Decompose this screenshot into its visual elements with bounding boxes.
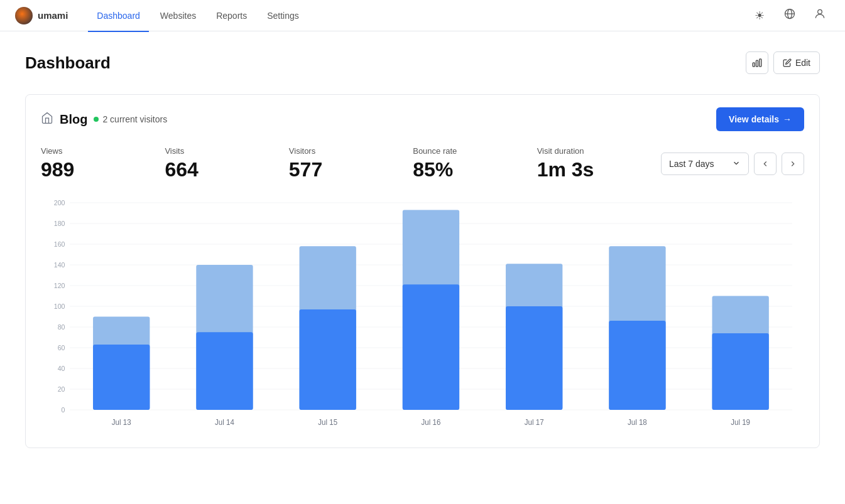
views-value: 989 — [41, 158, 165, 181]
language-button[interactable] — [780, 6, 800, 26]
site-visitors: 2 current visitors — [94, 114, 167, 124]
svg-text:Jul 15: Jul 15 — [318, 418, 337, 426]
prev-period-button[interactable] — [754, 153, 777, 175]
stat-bounce-rate: Bounce rate 85% — [413, 146, 537, 181]
edit-label: Edit — [795, 58, 810, 68]
edit-button[interactable]: Edit — [773, 51, 820, 74]
views-label: Views — [41, 146, 165, 156]
dashboard-header: Dashboard Edit — [25, 51, 820, 74]
edit-icon — [783, 58, 792, 67]
nav-link-reports[interactable]: Reports — [207, 1, 256, 32]
svg-rect-30 — [93, 345, 150, 410]
nav-link-websites[interactable]: Websites — [151, 1, 205, 32]
svg-rect-5 — [756, 60, 758, 67]
nav-actions: ☀ — [750, 6, 830, 26]
svg-text:100: 100 — [54, 303, 65, 310]
site-card: Blog 2 current visitors View details → V… — [25, 94, 820, 448]
page-title: Dashboard — [25, 53, 111, 73]
svg-rect-4 — [753, 63, 755, 67]
svg-text:Jul 14: Jul 14 — [215, 418, 234, 426]
chart-controls: Last 7 days — [661, 153, 804, 175]
next-period-button[interactable] — [782, 153, 804, 175]
user-icon — [814, 8, 826, 23]
view-details-label: View details — [729, 114, 779, 124]
theme-icon: ☀ — [755, 9, 765, 23]
site-info: Blog 2 current visitors — [41, 112, 167, 127]
svg-text:40: 40 — [58, 365, 65, 372]
stat-visit-duration: Visit duration 1m 3s — [537, 146, 661, 181]
visits-value: 664 — [165, 158, 288, 181]
visit-duration-value: 1m 3s — [537, 158, 661, 181]
svg-text:60: 60 — [58, 344, 65, 351]
svg-rect-42 — [506, 306, 562, 410]
bounce-rate-label: Bounce rate — [413, 146, 537, 156]
logo-text: umami — [38, 10, 68, 21]
visits-label: Visits — [165, 146, 288, 156]
logo-icon — [15, 7, 33, 24]
svg-text:Jul 13: Jul 13 — [112, 418, 131, 426]
svg-rect-33 — [196, 332, 253, 410]
svg-text:140: 140 — [54, 261, 65, 269]
globe-icon — [783, 8, 796, 23]
logo[interactable]: umami — [15, 7, 68, 24]
svg-text:120: 120 — [54, 282, 65, 289]
site-card-header: Blog 2 current visitors View details → — [41, 107, 804, 131]
svg-text:Jul 17: Jul 17 — [525, 418, 544, 426]
site-icon — [41, 112, 53, 127]
visitors-label: Visitors — [289, 146, 413, 156]
stat-visits: Visits 664 — [165, 146, 288, 181]
svg-text:80: 80 — [58, 323, 65, 331]
chart-area: 020406080100120140160180200Jul 13Jul 14J… — [41, 196, 804, 435]
user-button[interactable] — [810, 6, 830, 26]
nav-links: Dashboard Websites Reports Settings — [88, 0, 750, 31]
svg-text:Jul 19: Jul 19 — [731, 418, 750, 426]
svg-text:180: 180 — [54, 220, 65, 227]
stats-group: Views 989 Visits 664 Visitors 577 Bounce… — [41, 146, 661, 181]
svg-text:Jul 18: Jul 18 — [628, 418, 647, 426]
svg-text:200: 200 — [54, 199, 65, 206]
bar-chart-icon — [751, 57, 763, 68]
bar-chart: 020406080100120140160180200Jul 13Jul 14J… — [41, 196, 804, 435]
stat-views: Views 989 — [41, 146, 165, 181]
svg-text:20: 20 — [58, 385, 65, 393]
nav-link-settings[interactable]: Settings — [258, 1, 308, 32]
svg-rect-6 — [760, 59, 761, 67]
stats-and-controls: Views 989 Visits 664 Visitors 577 Bounce… — [41, 146, 804, 181]
svg-rect-48 — [712, 333, 769, 410]
period-label: Last 7 days — [669, 159, 714, 169]
chevron-down-icon — [732, 159, 741, 169]
chevron-right-icon — [788, 159, 797, 168]
svg-text:Jul 16: Jul 16 — [422, 418, 441, 426]
bounce-rate-value: 85% — [413, 158, 537, 181]
chevron-left-icon — [761, 159, 770, 168]
svg-rect-39 — [403, 284, 459, 410]
theme-toggle-button[interactable]: ☀ — [750, 6, 770, 26]
navbar: umami Dashboard Websites Reports Setting… — [0, 0, 845, 31]
current-visitors-text: 2 current visitors — [102, 114, 167, 124]
stat-visitors: Visitors 577 — [289, 146, 413, 181]
site-name: Blog — [60, 112, 87, 127]
svg-text:160: 160 — [54, 240, 65, 248]
nav-link-dashboard[interactable]: Dashboard — [88, 1, 149, 32]
visitors-value: 577 — [289, 158, 413, 181]
period-selector[interactable]: Last 7 days — [661, 153, 749, 175]
chart-icon-button[interactable] — [746, 51, 768, 74]
visit-duration-label: Visit duration — [537, 146, 661, 156]
view-details-button[interactable]: View details → — [716, 107, 804, 131]
arrow-right-icon: → — [783, 114, 792, 124]
main-content: Dashboard Edit — [0, 31, 845, 468]
svg-text:0: 0 — [62, 406, 65, 414]
svg-rect-36 — [300, 309, 356, 410]
svg-rect-45 — [609, 321, 665, 410]
online-indicator — [94, 117, 99, 122]
dashboard-actions: Edit — [746, 51, 820, 74]
svg-point-3 — [818, 9, 822, 14]
